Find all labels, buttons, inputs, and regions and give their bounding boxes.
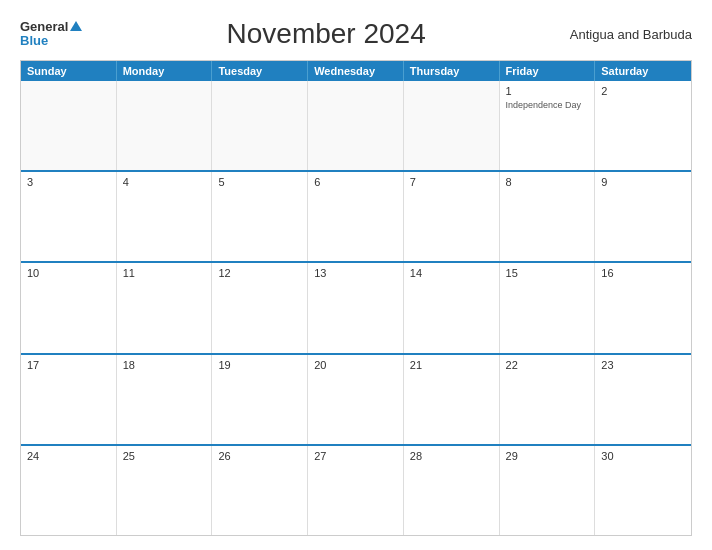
calendar-page: General Blue November 2024 Antigua and B… — [0, 0, 712, 550]
logo-general-text: General — [20, 20, 68, 34]
day-cell-28: 28 — [404, 446, 500, 535]
logo-triangle-icon — [70, 21, 82, 31]
day-cell-29: 29 — [500, 446, 596, 535]
calendar: Sunday Monday Tuesday Wednesday Thursday… — [20, 60, 692, 536]
day-cell-3: 3 — [21, 172, 117, 261]
day-cell — [404, 81, 500, 170]
day-number: 2 — [601, 85, 685, 97]
day-cell-18: 18 — [117, 355, 213, 444]
day-number: 15 — [506, 267, 589, 279]
day-header-sunday: Sunday — [21, 61, 117, 81]
weeks-container: 1 Independence Day 2 3 4 5 6 7 8 9 10 — [21, 81, 691, 535]
day-cell-16: 16 — [595, 263, 691, 352]
day-cell-17: 17 — [21, 355, 117, 444]
day-cell-1: 1 Independence Day — [500, 81, 596, 170]
day-cell — [21, 81, 117, 170]
day-cell-22: 22 — [500, 355, 596, 444]
day-cell-9: 9 — [595, 172, 691, 261]
day-number: 12 — [218, 267, 301, 279]
day-cell — [117, 81, 213, 170]
day-cell-5: 5 — [212, 172, 308, 261]
month-title: November 2024 — [82, 18, 569, 50]
day-cell-6: 6 — [308, 172, 404, 261]
day-number: 9 — [601, 176, 685, 188]
header: General Blue November 2024 Antigua and B… — [20, 18, 692, 50]
country-name: Antigua and Barbuda — [570, 27, 692, 42]
days-header: Sunday Monday Tuesday Wednesday Thursday… — [21, 61, 691, 81]
day-cell-23: 23 — [595, 355, 691, 444]
week-row-1: 1 Independence Day 2 — [21, 81, 691, 170]
day-number: 24 — [27, 450, 110, 462]
day-header-wednesday: Wednesday — [308, 61, 404, 81]
day-cell-13: 13 — [308, 263, 404, 352]
day-number: 29 — [506, 450, 589, 462]
day-cell-30: 30 — [595, 446, 691, 535]
day-cell-27: 27 — [308, 446, 404, 535]
day-cell-11: 11 — [117, 263, 213, 352]
day-cell-25: 25 — [117, 446, 213, 535]
day-cell-21: 21 — [404, 355, 500, 444]
day-header-friday: Friday — [500, 61, 596, 81]
logo-blue-text: Blue — [20, 34, 48, 48]
week-row-3: 10 11 12 13 14 15 16 — [21, 261, 691, 352]
day-header-monday: Monday — [117, 61, 213, 81]
day-number: 11 — [123, 267, 206, 279]
day-number: 19 — [218, 359, 301, 371]
day-cell-14: 14 — [404, 263, 500, 352]
day-header-thursday: Thursday — [404, 61, 500, 81]
day-number: 26 — [218, 450, 301, 462]
day-cell-24: 24 — [21, 446, 117, 535]
day-number: 13 — [314, 267, 397, 279]
day-number: 16 — [601, 267, 685, 279]
week-row-2: 3 4 5 6 7 8 9 — [21, 170, 691, 261]
holiday-text: Independence Day — [506, 100, 589, 112]
day-number: 23 — [601, 359, 685, 371]
day-cell-10: 10 — [21, 263, 117, 352]
day-number: 5 — [218, 176, 301, 188]
week-row-4: 17 18 19 20 21 22 23 — [21, 353, 691, 444]
day-number: 22 — [506, 359, 589, 371]
day-number: 4 — [123, 176, 206, 188]
day-cell-20: 20 — [308, 355, 404, 444]
day-cell — [212, 81, 308, 170]
day-number: 18 — [123, 359, 206, 371]
day-cell-4: 4 — [117, 172, 213, 261]
day-cell-19: 19 — [212, 355, 308, 444]
day-cell-8: 8 — [500, 172, 596, 261]
logo: General Blue — [20, 20, 82, 49]
day-cell-2: 2 — [595, 81, 691, 170]
day-cell-7: 7 — [404, 172, 500, 261]
day-header-saturday: Saturday — [595, 61, 691, 81]
day-header-tuesday: Tuesday — [212, 61, 308, 81]
day-number: 30 — [601, 450, 685, 462]
day-number: 27 — [314, 450, 397, 462]
week-row-5: 24 25 26 27 28 29 30 — [21, 444, 691, 535]
day-number: 21 — [410, 359, 493, 371]
day-number: 25 — [123, 450, 206, 462]
day-number: 14 — [410, 267, 493, 279]
day-number: 3 — [27, 176, 110, 188]
day-cell-12: 12 — [212, 263, 308, 352]
day-number: 28 — [410, 450, 493, 462]
day-number: 7 — [410, 176, 493, 188]
day-number: 6 — [314, 176, 397, 188]
day-cell-15: 15 — [500, 263, 596, 352]
day-number: 8 — [506, 176, 589, 188]
day-cell — [308, 81, 404, 170]
day-number: 10 — [27, 267, 110, 279]
day-number: 20 — [314, 359, 397, 371]
day-cell-26: 26 — [212, 446, 308, 535]
day-number: 17 — [27, 359, 110, 371]
day-number: 1 — [506, 85, 589, 97]
